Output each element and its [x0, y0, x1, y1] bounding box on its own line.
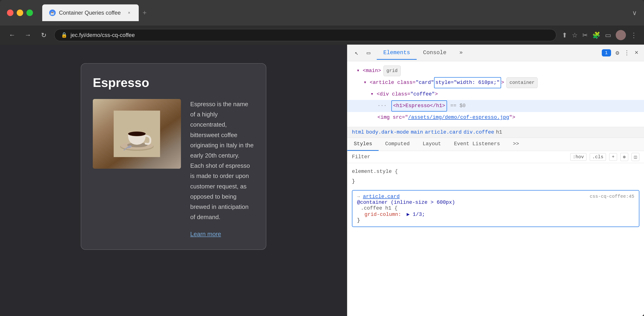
- layout-tab[interactable]: Layout: [416, 138, 448, 151]
- computed-tab[interactable]: Computed: [378, 138, 416, 151]
- filter-input[interactable]: Filter: [352, 154, 567, 160]
- learn-more-link[interactable]: Learn more: [190, 231, 254, 238]
- device-toolbar-icon[interactable]: ▭: [365, 47, 372, 59]
- cq-container-link[interactable]: article.card: [363, 194, 400, 200]
- breadcrumb-article[interactable]: article.card: [425, 129, 462, 135]
- tab-more[interactable]: »: [453, 46, 469, 60]
- dom-div-coffee-line[interactable]: ▾ <div class="coffee">: [347, 89, 644, 100]
- breadcrumb: html body.dark-mode main article.card di…: [347, 127, 644, 138]
- cast-icon[interactable]: ▭: [605, 31, 611, 39]
- event-listeners-tab[interactable]: Event Listeners: [448, 138, 506, 151]
- traffic-lights: [7, 10, 33, 16]
- cq-selector-line: .coffee h1 {: [357, 205, 634, 211]
- element-style-selector: element.style {: [352, 167, 639, 177]
- breadcrumb-div[interactable]: div.coffee: [464, 129, 494, 135]
- reload-button[interactable]: ↻: [38, 31, 49, 39]
- cq-property: grid-column:: [357, 212, 401, 218]
- h1-tag-highlight: <h1>Espresso</h1>: [391, 100, 447, 111]
- tab-elements[interactable]: Elements: [377, 46, 416, 60]
- dom-h1-line[interactable]: ··· <h1>Espresso</h1> == $0: [347, 100, 644, 112]
- hov-button[interactable]: :hov: [570, 153, 586, 161]
- element-style-brace: }: [352, 179, 355, 184]
- scissors-icon[interactable]: ✂: [582, 31, 588, 39]
- coffee-image: [93, 99, 181, 169]
- devtools-menu-icon[interactable]: ⋮: [624, 49, 630, 57]
- main-content: Espresso: [0, 45, 644, 316]
- lock-icon: 🔒: [61, 32, 67, 38]
- tab-overflow-button[interactable]: ∨: [632, 9, 637, 17]
- card-title: Espresso: [93, 75, 254, 90]
- devtools-close-icon[interactable]: ×: [634, 49, 638, 56]
- coffee-card: Espresso: [81, 63, 266, 250]
- page-viewport: Espresso: [0, 45, 347, 316]
- style-attribute-highlight: style="width: 610px;": [434, 77, 501, 88]
- cq-file-reference: css-cq-coffee:45: [590, 194, 634, 199]
- menu-icon[interactable]: ⋮: [630, 31, 637, 39]
- breadcrumb-main[interactable]: main: [411, 129, 423, 135]
- devtools-toolbar: ↖ ▭ Elements Console » 1 ⚙ ⋮ ×: [347, 45, 644, 61]
- dom-tree: ▾ <main> grid ▾ <article class="card" st…: [347, 61, 644, 127]
- grid-badge: grid: [384, 66, 401, 76]
- tab-favicon: ☕: [49, 10, 56, 16]
- browser-window: ☕ Container Queries coffee × + ∨ ← → ↻ 🔒…: [0, 0, 644, 316]
- back-button[interactable]: ←: [7, 31, 17, 39]
- styles-more-tab[interactable]: >>: [506, 138, 526, 151]
- tab-title: Container Queries coffee: [59, 10, 121, 16]
- styles-content: element.style { } → article.card css-cq-…: [347, 163, 644, 316]
- bookmark-icon[interactable]: ☆: [572, 31, 578, 39]
- cq-close-brace: }: [357, 218, 360, 223]
- pseudo-element: == $0: [450, 101, 466, 111]
- forward-button[interactable]: →: [23, 31, 33, 39]
- article-tag-close: >: [501, 78, 504, 88]
- card-description: Espresso is the name of a highly concent…: [190, 99, 254, 222]
- styles-tab[interactable]: Styles: [347, 138, 378, 151]
- element-style-close: }: [352, 177, 639, 186]
- img-tag: <img src="/assets/img/demo/cof-espresso.…: [378, 112, 515, 123]
- article-tag-open: ▾ <article class="card": [364, 78, 434, 88]
- cq-origin-line: → article.card css-cq-coffee:45: [357, 194, 634, 200]
- avatar[interactable]: [616, 30, 626, 40]
- cq-value: ▶ 1/3;: [407, 212, 425, 218]
- address-input[interactable]: 🔒 jec.fyi/demo/css-cq-coffee: [54, 29, 556, 41]
- filter-bar: Filter :hov .cls + ⊕ ◫: [347, 151, 644, 163]
- extensions-icon[interactable]: 🧩: [592, 31, 600, 39]
- cq-prop-line: grid-column: ▶ 1/3;: [357, 211, 634, 218]
- minimize-button[interactable]: [17, 10, 23, 16]
- cls-button[interactable]: .cls: [590, 153, 606, 161]
- share-icon[interactable]: ⬆: [562, 31, 567, 39]
- add-rule-button[interactable]: +: [609, 153, 617, 161]
- element-style-rule: element.style { }: [352, 167, 639, 186]
- devtools-tabs: Elements Console »: [377, 46, 597, 60]
- new-style-rule-button[interactable]: ⊕: [620, 153, 628, 161]
- devtools-panel: ↖ ▭ Elements Console » 1 ⚙ ⋮ × ▾ <main> …: [347, 45, 644, 316]
- breadcrumb-html[interactable]: html: [352, 129, 364, 135]
- settings-icon[interactable]: ⚙: [616, 49, 620, 57]
- tabs-area: ☕ Container Queries coffee × +: [42, 5, 628, 21]
- dom-article-line[interactable]: ▾ <article class="card" style="width: 61…: [347, 77, 644, 89]
- espresso-image-svg: [114, 111, 160, 157]
- styles-tabs-row: Styles Computed Layout Event Listeners >…: [347, 138, 644, 151]
- breadcrumb-h1[interactable]: h1: [496, 129, 502, 135]
- breadcrumb-body[interactable]: body.dark-mode: [366, 129, 409, 135]
- new-tab-button[interactable]: +: [142, 9, 146, 17]
- cq-close-line: }: [357, 218, 634, 223]
- ellipsis: ···: [378, 101, 387, 111]
- dom-img-line[interactable]: <img src="/assets/img/demo/cof-espresso.…: [347, 112, 644, 123]
- card-body: Espresso is the name of a highly concent…: [93, 99, 254, 238]
- dom-main-line[interactable]: ▾ <main> grid: [347, 65, 644, 77]
- tab-console[interactable]: Console: [417, 46, 453, 60]
- maximize-button[interactable]: [26, 10, 33, 16]
- close-button[interactable]: [7, 10, 14, 16]
- card-content: Espresso is the name of a highly concent…: [190, 99, 254, 238]
- tab-close-button[interactable]: ×: [126, 10, 132, 16]
- inspector-button[interactable]: ◫: [632, 153, 639, 161]
- element-picker-icon[interactable]: ↖: [353, 47, 360, 59]
- element-style-text: element.style {: [352, 169, 398, 175]
- active-tab[interactable]: ☕ Container Queries coffee ×: [42, 5, 139, 21]
- title-bar: ☕ Container Queries coffee × + ∨: [0, 0, 644, 26]
- toolbar-icons: ⬆ ☆ ✂ 🧩 ▭ ⋮: [562, 30, 637, 40]
- filter-actions: :hov .cls + ⊕ ◫: [570, 153, 639, 161]
- address-bar: ← → ↻ 🔒 jec.fyi/demo/css-cq-coffee ⬆ ☆ ✂…: [0, 26, 644, 45]
- div-coffee-tag: ▾ <div class="coffee">: [370, 89, 438, 99]
- url-text: jec.fyi/demo/css-cq-coffee: [70, 32, 135, 38]
